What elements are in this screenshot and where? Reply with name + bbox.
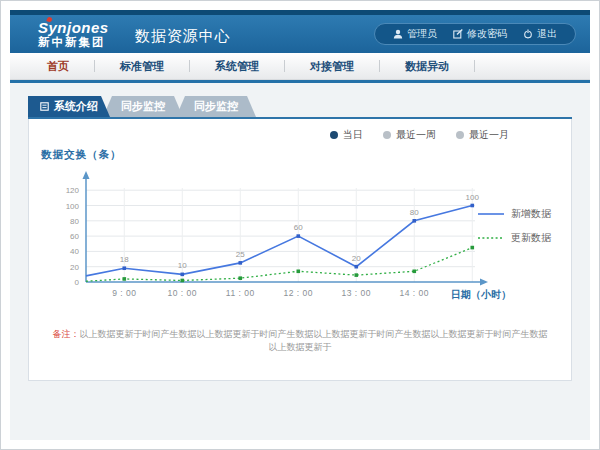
data-point <box>122 266 126 270</box>
data-point <box>296 234 300 238</box>
range-filter-group: 当日 最近一周 最近一月 <box>29 119 571 142</box>
change-password-button[interactable]: 修改密码 <box>445 27 515 41</box>
filter-label: 最近一周 <box>396 128 436 142</box>
tab-sync-monitor-1[interactable]: 同步监控 <box>103 96 183 117</box>
data-point-label: 80 <box>410 208 419 217</box>
tab-sync-monitor-2[interactable]: 同步监控 <box>176 96 256 117</box>
header: Synjones 新中新集团 数据资源中心 管理员 修改密码 退出 <box>10 15 590 53</box>
data-point <box>180 273 184 277</box>
logout-button[interactable]: 退出 <box>515 27 565 41</box>
filter-label: 最近一月 <box>469 128 509 142</box>
x-tick-label: 12 : 00 <box>284 288 314 298</box>
tab-bar: 系统介绍 同步监控 同步监控 <box>28 96 590 117</box>
data-point <box>296 269 300 273</box>
filter-today[interactable]: 当日 <box>330 128 363 142</box>
filter-last-month[interactable]: 最近一月 <box>456 128 509 142</box>
data-point-label: 10 <box>178 261 187 270</box>
data-point <box>470 246 474 250</box>
y-tick-label: 0 <box>75 278 80 287</box>
change-password-label: 修改密码 <box>467 27 507 41</box>
filter-label: 当日 <box>343 128 363 142</box>
y-tick-label: 20 <box>70 263 79 272</box>
x-tick-label: 13 : 00 <box>342 288 372 298</box>
data-point-label: 60 <box>294 223 303 232</box>
x-tick-label: 11 : 00 <box>226 288 255 298</box>
data-point-label: 25 <box>236 250 245 259</box>
data-point-label: 20 <box>352 254 361 263</box>
x-axis-title: 日期（小时） <box>451 289 511 300</box>
app-window: Synjones 新中新集团 数据资源中心 管理员 修改密码 退出 首页 标准管… <box>0 0 600 450</box>
y-tick-label: 100 <box>66 202 80 211</box>
y-axis-arrow-icon <box>83 171 90 179</box>
nav-item-home[interactable]: 首页 <box>22 60 95 72</box>
x-tick-label: 14 : 00 <box>400 288 430 298</box>
power-icon <box>523 29 533 39</box>
footnote: 备注：以上数据更新于时间产生数据以上数据更新于时间产生数据以上数据更新于时间产生… <box>29 328 571 354</box>
y-tick-label: 120 <box>66 186 80 195</box>
edit-icon <box>453 29 463 39</box>
dotted-line-swatch-icon <box>478 234 504 242</box>
tab-label: 同步监控 <box>121 99 165 114</box>
nav-item-standard-mgmt[interactable]: 标准管理 <box>95 60 190 72</box>
y-tick-label: 40 <box>70 247 79 256</box>
x-tick-label: 10 : 00 <box>168 288 198 298</box>
content-area: 系统介绍 同步监控 同步监控 当日 最近一周 <box>10 83 590 440</box>
data-point <box>412 219 416 223</box>
logout-label: 退出 <box>537 27 557 41</box>
data-point <box>238 261 242 265</box>
data-point <box>238 276 242 280</box>
y-axis-title: 数据交换（条） <box>41 148 571 162</box>
main-nav: 首页 标准管理 系统管理 对接管理 数据异动 <box>10 53 590 80</box>
solid-line-swatch-icon <box>478 210 504 218</box>
filter-last-week[interactable]: 最近一周 <box>383 128 436 142</box>
tab-system-intro[interactable]: 系统介绍 <box>28 96 110 117</box>
legend-label: 更新数据 <box>511 231 551 245</box>
data-point <box>122 277 126 281</box>
footnote-text: 以上数据更新于时间产生数据以上数据更新于时间产生数据以上数据更新于时间产生数据以… <box>80 329 548 352</box>
y-tick-label: 60 <box>70 232 79 241</box>
radio-dot-icon <box>456 131 464 139</box>
user-toolbar: 管理员 修改密码 退出 <box>374 23 576 45</box>
chart-panel: 当日 最近一周 最近一月 数据交换（条） 0204060801001209 : … <box>28 119 572 381</box>
legend-label: 新增数据 <box>511 207 551 221</box>
footnote-prefix: 备注： <box>53 329 80 339</box>
data-point <box>180 279 184 283</box>
radio-dot-icon <box>383 131 391 139</box>
logo-text-cn: 新中新集团 <box>38 37 109 49</box>
nav-item-data-change[interactable]: 数据异动 <box>380 60 475 72</box>
legend-item-new-data[interactable]: 新增数据 <box>478 207 551 221</box>
page-title: 数据资源中心 <box>135 27 231 46</box>
data-point <box>412 269 416 273</box>
data-point-label: 100 <box>466 193 480 202</box>
nav-item-system-mgmt[interactable]: 系统管理 <box>190 60 285 72</box>
data-point <box>470 204 474 208</box>
user-icon <box>393 29 403 39</box>
current-user[interactable]: 管理员 <box>385 27 445 41</box>
nav-item-interface-mgmt[interactable]: 对接管理 <box>285 60 380 72</box>
data-point <box>354 265 358 269</box>
chart-legend: 新增数据 更新数据 <box>478 207 551 245</box>
user-name-label: 管理员 <box>407 27 437 41</box>
data-point <box>354 273 358 277</box>
x-axis-arrow-icon <box>480 279 488 286</box>
tab-label: 系统介绍 <box>54 99 98 114</box>
x-tick-label: 9 : 00 <box>112 288 136 298</box>
radio-dot-icon <box>330 131 338 139</box>
tab-label: 同步监控 <box>194 99 238 114</box>
company-logo: Synjones 新中新集团 <box>38 20 109 49</box>
y-tick-label: 80 <box>70 217 79 226</box>
data-point-label: 18 <box>120 255 129 264</box>
document-icon <box>40 102 49 111</box>
legend-item-updated-data[interactable]: 更新数据 <box>478 231 551 245</box>
